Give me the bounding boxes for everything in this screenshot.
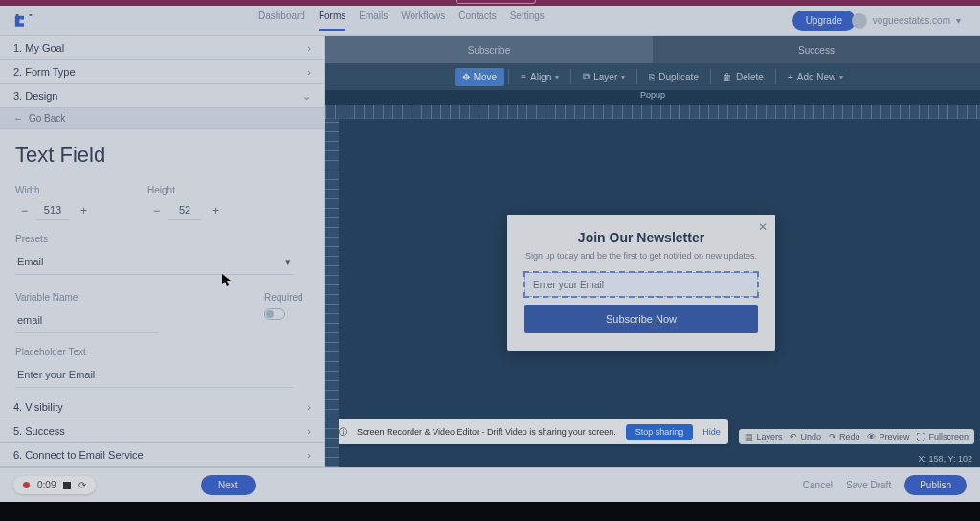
- upgrade-button[interactable]: Upgrade: [792, 11, 856, 31]
- chevron-right-icon: ›: [307, 425, 311, 437]
- height-stepper[interactable]: − +: [147, 201, 222, 220]
- header-nav: Dashboard Forms Emails Workflows Contact…: [258, 11, 545, 31]
- tool-label: Preview: [879, 432, 909, 442]
- step-design[interactable]: 3. Design ⌄: [0, 84, 324, 108]
- chevron-down-icon: ▾: [555, 73, 559, 81]
- tool-label: Layer: [593, 72, 617, 82]
- step-connect-email[interactable]: 6. Connect to Email Service ›: [0, 443, 324, 467]
- tool-align[interactable]: ≡ Align ▾: [513, 68, 567, 86]
- step-label: 3. Design: [13, 90, 57, 102]
- presets-select[interactable]: Email ▾: [15, 250, 293, 275]
- undo-button[interactable]: ↶ Undo: [790, 432, 821, 442]
- chevron-down-icon: ⌄: [302, 90, 311, 102]
- fullscreen-button[interactable]: ⛶ Fullscreen: [917, 432, 969, 442]
- canvas-coords: X: 158, Y: 102: [919, 454, 972, 464]
- account-menu[interactable]: vogueestates.com ▾: [852, 13, 961, 29]
- nav-contacts[interactable]: Contacts: [458, 11, 496, 31]
- popup-title: Join Our Newsletter: [524, 230, 758, 245]
- plus-icon: +: [788, 72, 793, 82]
- footer-bar: 0:09 ⟳ Next Cancel Save Draft Publish: [0, 467, 980, 502]
- layer-icon: ⧉: [583, 71, 590, 82]
- tool-layer[interactable]: ⧉ Layer ▾: [575, 67, 633, 86]
- next-button[interactable]: Next: [201, 475, 256, 495]
- recording-pill[interactable]: 0:09 ⟳: [13, 476, 96, 494]
- left-sidebar: 1. My Goal › 2. Form Type › 3. Design ⌄ …: [0, 36, 325, 467]
- preview-button[interactable]: 👁 Preview: [867, 432, 909, 442]
- step-visibility[interactable]: 4. Visibility ›: [0, 396, 324, 419]
- panel-title: Text Field: [15, 143, 309, 168]
- step-form-type[interactable]: 2. Form Type ›: [0, 60, 324, 84]
- nav-workflows[interactable]: Workflows: [401, 11, 445, 31]
- step-label: 6. Connect to Email Service: [13, 449, 144, 461]
- tool-label: Align: [530, 72, 551, 82]
- arrow-left-icon: ←: [13, 113, 23, 124]
- width-decrement[interactable]: −: [15, 203, 31, 218]
- go-back-button[interactable]: ← Go Back: [0, 108, 324, 129]
- tool-delete[interactable]: 🗑 Delete: [715, 68, 771, 86]
- width-input[interactable]: [36, 201, 69, 220]
- chevron-right-icon: ›: [307, 449, 311, 461]
- newsletter-popup[interactable]: ✕ Join Our Newsletter Sign up today and …: [507, 215, 775, 351]
- nav-dashboard[interactable]: Dashboard: [258, 11, 305, 31]
- tab-success[interactable]: Success: [653, 36, 980, 63]
- width-label: Width: [15, 185, 90, 195]
- chevron-down-icon: ▾: [839, 73, 843, 81]
- chevron-down-icon: ▾: [621, 73, 625, 81]
- placeholder-label: Placeholder Text: [15, 347, 309, 357]
- tool-label: Duplicate: [658, 72, 699, 82]
- hide-button[interactable]: Hide: [702, 427, 721, 437]
- tab-subscribe[interactable]: Subscribe: [325, 36, 653, 63]
- height-field: Height − +: [147, 185, 222, 220]
- step-label: 4. Visibility: [13, 401, 63, 413]
- publish-button[interactable]: Publish: [904, 475, 967, 495]
- canvas-stage-label: Popup: [325, 90, 980, 105]
- popup-subscribe-button[interactable]: Subscribe Now: [524, 305, 758, 333]
- nav-emails[interactable]: Emails: [359, 11, 388, 31]
- tool-duplicate[interactable]: ⎘ Duplicate: [641, 68, 706, 86]
- restart-icon[interactable]: ⟳: [78, 480, 86, 490]
- step-label: 2. Form Type: [13, 66, 76, 78]
- tool-label: Fullscreen: [928, 432, 969, 442]
- chevron-right-icon: ›: [307, 401, 311, 413]
- redo-button[interactable]: ↷ Redo: [829, 432, 860, 442]
- chevron-down-icon: ▾: [956, 15, 961, 26]
- height-decrement[interactable]: −: [147, 203, 163, 218]
- record-icon: [23, 482, 30, 488]
- duplicate-icon: ⎘: [649, 72, 655, 82]
- tool-add-new[interactable]: + Add New ▾: [780, 68, 851, 86]
- tool-label: Move: [474, 72, 497, 82]
- width-stepper[interactable]: − +: [15, 201, 90, 220]
- step-my-goal[interactable]: 1. My Goal ›: [0, 36, 324, 60]
- app-logo-icon[interactable]: [13, 14, 34, 28]
- close-icon[interactable]: ✕: [758, 220, 768, 234]
- popup-email-input[interactable]: [524, 272, 758, 297]
- chevron-down-icon: ▾: [285, 256, 291, 268]
- share-message: Screen Recorder & Video Editor - Drift V…: [357, 427, 616, 437]
- width-increment[interactable]: +: [75, 203, 90, 218]
- step-label: 5. Success: [13, 425, 65, 437]
- chevron-right-icon: ›: [307, 66, 311, 78]
- tool-label: Redo: [839, 432, 860, 442]
- cancel-button[interactable]: Cancel: [803, 480, 833, 490]
- step-success[interactable]: 5. Success ›: [0, 419, 324, 443]
- record-time: 0:09: [37, 480, 56, 490]
- canvas-stage[interactable]: ✕ Join Our Newsletter Sign up today and …: [325, 119, 980, 467]
- save-draft-button[interactable]: Save Draft: [846, 480, 891, 490]
- placeholder-input[interactable]: [15, 363, 293, 388]
- tool-label: Undo: [800, 432, 821, 442]
- stop-sharing-button[interactable]: Stop sharing: [626, 424, 694, 440]
- tool-move[interactable]: ✥ Move: [455, 68, 504, 86]
- varname-input[interactable]: [15, 308, 159, 333]
- nav-forms[interactable]: Forms: [319, 11, 345, 31]
- height-increment[interactable]: +: [207, 203, 222, 218]
- height-input[interactable]: [168, 201, 201, 220]
- canvas-tabs: Subscribe Success: [325, 36, 980, 63]
- stop-icon[interactable]: [63, 482, 71, 489]
- ruler-horizontal: [325, 105, 980, 119]
- layers-button[interactable]: ▤ Layers: [745, 432, 782, 442]
- screen-share-notice: ⓘ Screen Recorder & Video Editor - Drift…: [331, 419, 728, 444]
- promo-button[interactable]: Get Action Code: [456, 0, 536, 4]
- required-toggle[interactable]: [264, 308, 285, 320]
- align-icon: ≡: [521, 72, 526, 82]
- nav-settings[interactable]: Settings: [510, 11, 545, 31]
